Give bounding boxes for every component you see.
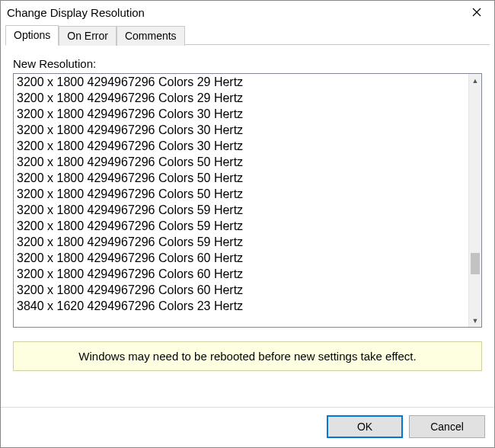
tab-comments[interactable]: Comments [117,26,185,46]
dialog-window: Change Display Resolution Options On Err… [0,0,495,448]
titlebar: Change Display Resolution [1,1,494,24]
chevron-up-icon: ▲ [472,77,479,85]
resolution-listbox[interactable]: 3200 x 1800 4294967296 Colors 29 Hertz32… [13,73,482,328]
tab-on-error[interactable]: On Error [59,26,117,46]
list-item[interactable]: 3200 x 1800 4294967296 Colors 50 Hertz [17,154,465,170]
list-item[interactable]: 3200 x 1800 4294967296 Colors 59 Hertz [17,218,465,234]
list-item[interactable]: 3200 x 1800 4294967296 Colors 59 Hertz [17,234,465,250]
chevron-down-icon: ▼ [472,317,479,325]
list-item[interactable]: 3200 x 1800 4294967296 Colors 59 Hertz [17,202,465,218]
close-icon [472,8,481,17]
ok-button[interactable]: OK [327,415,403,438]
tab-content-options: New Resolution: 3200 x 1800 4294967296 C… [1,45,494,407]
reboot-notice: Windows may need to be rebooted before n… [13,341,482,371]
scrollbar-track[interactable] [469,87,481,314]
scroll-up-button[interactable]: ▲ [469,74,481,87]
cancel-button[interactable]: Cancel [409,415,485,438]
list-item[interactable]: 3200 x 1800 4294967296 Colors 60 Hertz [17,250,465,266]
scroll-down-button[interactable]: ▼ [469,314,481,327]
button-row: OK Cancel [1,407,494,447]
list-item[interactable]: 3200 x 1800 4294967296 Colors 30 Hertz [17,106,465,122]
scrollbar[interactable]: ▲ ▼ [468,74,481,327]
close-button[interactable] [464,4,490,21]
resolution-list-viewport[interactable]: 3200 x 1800 4294967296 Colors 29 Hertz32… [14,74,468,327]
scrollbar-thumb[interactable] [471,253,480,274]
window-title: Change Display Resolution [7,6,145,19]
list-item[interactable]: 3200 x 1800 4294967296 Colors 29 Hertz [17,74,465,90]
list-item[interactable]: 3200 x 1800 4294967296 Colors 50 Hertz [17,186,465,202]
list-item[interactable]: 3200 x 1800 4294967296 Colors 60 Hertz [17,282,465,298]
new-resolution-label: New Resolution: [13,57,482,70]
list-item[interactable]: 3200 x 1800 4294967296 Colors 60 Hertz [17,266,465,282]
tab-strip: Options On Error Comments [1,24,494,45]
list-item[interactable]: 3200 x 1800 4294967296 Colors 29 Hertz [17,90,465,106]
list-item[interactable]: 3200 x 1800 4294967296 Colors 50 Hertz [17,170,465,186]
list-item[interactable]: 3200 x 1800 4294967296 Colors 30 Hertz [17,138,465,154]
list-item[interactable]: 3200 x 1800 4294967296 Colors 30 Hertz [17,122,465,138]
list-item[interactable]: 3840 x 1620 4294967296 Colors 23 Hertz [17,298,465,314]
tab-options[interactable]: Options [5,25,59,46]
